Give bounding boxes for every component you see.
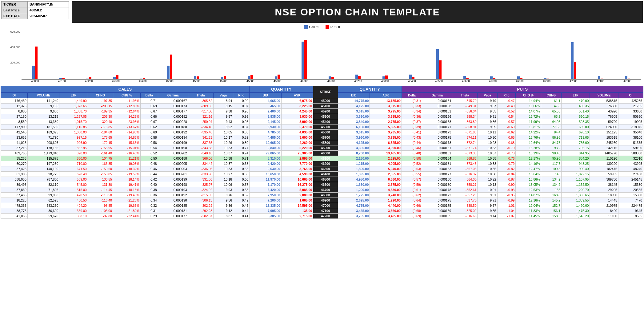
- cell-11: 5,370.00: [281, 124, 313, 130]
- put-cell-1: 2,775.00: [370, 119, 402, 124]
- cell-7: -340.18: [188, 151, 213, 156]
- cell-3: -320.40: [88, 119, 113, 124]
- cell-9: 0.41: [233, 214, 250, 219]
- cell-7: -335.48: [188, 130, 213, 135]
- cell-8: 10.37: [213, 161, 233, 166]
- strike-cell: 45200: [313, 109, 338, 114]
- put-cell-2: (0.57): [402, 177, 422, 182]
- put-cell-5: 9.37: [478, 104, 497, 109]
- cell-3: -104.75: [88, 156, 113, 161]
- cell-9: 0.52: [233, 193, 250, 198]
- col-header-pqty-ask: ASK: [370, 93, 402, 98]
- call-bar-46900: [544, 78, 546, 79]
- cell-2: 1,308.70: [59, 109, 88, 114]
- strike-group-45300: [102, 75, 130, 79]
- cell-3: -155.95: [88, 145, 113, 151]
- table-row: 27,18013,2151,237.05-205.30-14.23%0.660.…: [1, 114, 643, 119]
- cell-1: 1,479,840: [27, 151, 59, 156]
- put-cell-0: 3,615.00: [338, 109, 370, 114]
- put-cell-5: 10.22: [478, 177, 497, 182]
- cell-9: 0.44: [233, 208, 250, 214]
- col-header-qty-bid: BID: [249, 93, 281, 98]
- cell-8: 10.06: [213, 182, 233, 187]
- put-cell-5: 10.35: [478, 166, 497, 172]
- cell-1: 141,240: [27, 98, 59, 104]
- put-cell-8: 64.05: [541, 119, 561, 124]
- put-cell-9: 1,220.70: [562, 187, 590, 193]
- cell-6: 0.000194: [158, 135, 188, 140]
- cell-0: 42,540: [1, 130, 28, 135]
- put-cell-7: 12.17%: [516, 156, 541, 161]
- x-label-45800: 45800: [237, 80, 264, 83]
- put-bar-46300: [385, 75, 388, 79]
- put-cell-11: 15330: [618, 193, 643, 198]
- put-cell-11: 224475: [618, 203, 643, 208]
- put-cell-9: 1,072.15: [562, 172, 590, 177]
- cell-3: -197.35: [88, 98, 113, 104]
- put-cell-7: 11.99%: [516, 119, 541, 124]
- x-label-46000: 46000: [291, 80, 318, 83]
- cell-10: 11,970.00: [249, 177, 281, 182]
- put-cell-1: 3,675.00: [370, 182, 402, 187]
- put-cell-5: 10.37: [478, 151, 497, 156]
- put-cell-3: 0.000178: [422, 140, 452, 145]
- put-cell-3: 0.000178: [422, 187, 452, 193]
- x-label-47200: 47200: [614, 80, 641, 83]
- call-bar-46100: [329, 76, 331, 79]
- put-cell-4: -316.66: [452, 214, 478, 219]
- cell-4: -23.98%: [113, 119, 140, 124]
- cell-8: 9.38: [213, 109, 233, 114]
- put-cell-5: 9.57: [478, 203, 497, 208]
- strike-group-46700: [479, 76, 506, 79]
- put-cell-6: -0.99: [497, 198, 516, 203]
- put-cell-9: 719.05: [562, 135, 590, 140]
- put-bar-45600: [197, 76, 199, 79]
- put-cell-1: 5,040.00: [370, 166, 402, 172]
- top-section: TICKER BANKNIFTY:IN Last Price 46058.2 E…: [0, 0, 644, 24]
- cell-5: 0.38: [140, 187, 158, 193]
- strike-cell: 46400: [313, 172, 338, 177]
- put-cell-0: 1,215.00: [338, 161, 370, 166]
- cell-8: 10.17: [213, 135, 233, 140]
- put-cell-0: 8,730.00: [338, 151, 370, 156]
- put-cell-10: 242115: [590, 145, 618, 151]
- put-cell-9: 639.00: [562, 124, 590, 130]
- cell-11: 16,275.00: [281, 182, 313, 187]
- put-cell-4: -364.00: [452, 177, 478, 182]
- put-cell-11: 32310: [618, 156, 643, 161]
- put-cell-8: 156.1: [541, 208, 561, 214]
- put-cell-11: 51375: [618, 140, 643, 145]
- strike-cell: 46600: [313, 182, 338, 187]
- strike-group-46300: [372, 75, 399, 79]
- strike-group-45800: [237, 75, 264, 79]
- put-cell-11: 21795: [618, 104, 643, 109]
- strike-cell: 45300: [313, 114, 338, 119]
- put-cell-1: 2,325.00: [370, 156, 402, 161]
- put-bar-46500: [439, 60, 442, 79]
- cell-8: 9.36: [213, 203, 233, 208]
- cell-3: -203.15: [88, 104, 113, 109]
- col-header-put-gamma: Gamma: [422, 93, 452, 98]
- put-cell-0: 6,150.00: [338, 124, 370, 130]
- put-cell-0: 3,960.00: [338, 135, 370, 140]
- put-cell-8: 145: [541, 172, 561, 177]
- x-label-45200: 45200: [75, 80, 102, 83]
- col-header-qty-ask: ASK: [281, 93, 313, 98]
- strike-group-47000: [560, 42, 587, 79]
- calls-section-header: CALLS: [1, 86, 250, 93]
- put-cell-10: 59955: [590, 172, 618, 177]
- cell-2: 628.40: [59, 172, 88, 177]
- cell-9: 0.74: [233, 151, 250, 156]
- put-cell-6: -0.90: [497, 182, 516, 187]
- cell-0: 8,550: [1, 119, 28, 124]
- cell-7: -321.16: [188, 114, 213, 119]
- strike-cell: 45600: [313, 130, 338, 135]
- cell-9: 0.57: [233, 182, 250, 187]
- put-cell-1: 3,990.00: [370, 145, 402, 151]
- col-header-call-gamma: Gamma: [158, 93, 188, 98]
- call-legend: Call OI: [304, 25, 319, 29]
- cell-10: 2,400.00: [249, 109, 281, 114]
- cell-4: -21.82%: [113, 208, 140, 214]
- cell-3: -184.60: [88, 130, 113, 135]
- exp-date-value: 2024-02-07: [28, 13, 49, 19]
